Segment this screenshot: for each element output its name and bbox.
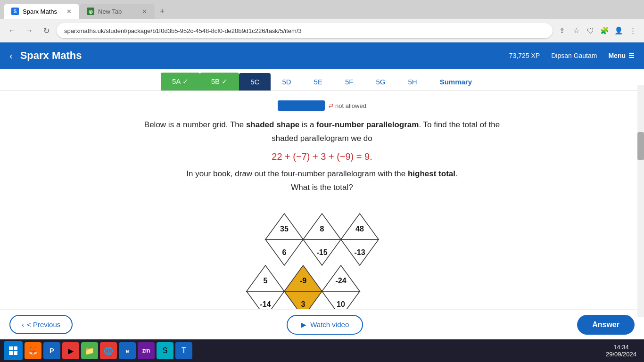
active-tab[interactable]: S Sparx Maths ✕ <box>4 4 79 19</box>
taskbar-s[interactable]: S <box>157 342 173 359</box>
cell-0-2-bottom-label: -13 <box>354 248 365 256</box>
tab-5b[interactable]: 5B ✓ <box>200 73 239 90</box>
answer-button[interactable]: Answer <box>577 315 635 335</box>
system-time: 14:34 29/09/2024 <box>602 342 640 360</box>
tab-summary[interactable]: Summary <box>429 73 483 90</box>
taskbar-edge[interactable]: e <box>119 342 136 359</box>
tab-5d[interactable]: 5D <box>271 73 302 90</box>
watch-video-button[interactable]: ▶ Watch video <box>287 315 363 335</box>
app-header: ‹ Sparx Maths 73,725 XP Dipsan Gautam Me… <box>0 42 644 69</box>
taskbar-app2[interactable]: P <box>43 342 60 359</box>
cell-0-1-top-label: 8 <box>320 224 324 232</box>
start-button[interactable] <box>4 341 23 360</box>
cell-0-0-top-label: 35 <box>280 224 289 232</box>
svg-rect-2 <box>9 351 13 355</box>
hamburger-icon: ☰ <box>628 52 635 59</box>
cell-1-0-bottom-label: -14 <box>260 300 271 308</box>
taskbar-zoom[interactable]: zm <box>138 342 155 359</box>
back-nav-icon[interactable]: ‹ <box>9 50 13 61</box>
cell-0-1-bottom-label: -15 <box>316 248 327 256</box>
bottom-navigation: ‹ < Previous ▶ Watch video Answer <box>0 309 644 339</box>
tab-5c[interactable]: 5C <box>239 73 271 90</box>
user-display: Dipsan Gautam <box>551 52 597 59</box>
tab-navigation: 5A ✓ 5B ✓ 5C 5D 5E 5F 5G 5H Summary <box>0 69 644 91</box>
menu-button[interactable]: Menu ☰ <box>608 52 635 59</box>
video-icon: ▶ <box>301 321 306 329</box>
svg-rect-1 <box>14 346 17 350</box>
cell-1-1-top-label: -9 <box>300 276 306 284</box>
tab-5f[interactable]: 5F <box>334 73 365 90</box>
previous-arrow-icon: ‹ <box>22 321 24 329</box>
tab-favicon-sparx: S <box>11 8 19 15</box>
bookmark-icon[interactable]: ☆ <box>570 25 582 36</box>
xp-display: 73,725 XP <box>509 52 540 59</box>
scrollbar-thumb[interactable] <box>637 132 644 160</box>
not-allowed-text: not allowed <box>335 102 366 109</box>
forward-button[interactable]: → <box>23 24 36 37</box>
tab-label-sparx: Sparx Maths <box>23 8 57 15</box>
app-logo: Sparx Maths <box>20 49 509 62</box>
extension-icon[interactable]: 🧩 <box>599 25 610 36</box>
cell-1-1-bottom-label: 3 <box>301 300 305 308</box>
tab-close-sparx[interactable]: ✕ <box>66 8 72 15</box>
tab-5h[interactable]: 5H <box>396 73 428 90</box>
cell-0-0-bottom-label: 6 <box>282 248 287 256</box>
cell-1-2-top-label: -24 <box>335 276 346 284</box>
svg-rect-0 <box>9 346 13 350</box>
tab-label-newtab: New Tab <box>98 8 122 15</box>
cell-1-0-top-label: 5 <box>264 276 268 284</box>
cell-0-2-top-label: 48 <box>355 224 364 232</box>
reload-button[interactable]: ↻ <box>40 24 53 37</box>
inactive-tab[interactable]: ◎ New Tab ✕ <box>79 4 155 19</box>
scrollbar[interactable] <box>637 85 644 317</box>
address-input[interactable] <box>57 23 553 38</box>
cell-1-2-bottom-label: 10 <box>337 300 345 308</box>
shield-icon: 🛡 <box>585 25 596 36</box>
taskbar-files[interactable]: 📁 <box>81 342 98 359</box>
tab-5e[interactable]: 5E <box>303 73 334 90</box>
svg-rect-3 <box>14 351 17 355</box>
previous-button[interactable]: ‹ < Previous <box>9 315 73 334</box>
taskbar-chrome[interactable]: 🌐 <box>100 342 117 359</box>
problem-description: Below is a number grid. The shaded shape… <box>138 118 506 195</box>
share-icon[interactable]: ⇪ <box>556 25 568 36</box>
math-expression: 22 + (−7) + 3 + (−9) = 9. <box>138 148 506 165</box>
back-button[interactable]: ← <box>6 24 19 37</box>
tab-5a[interactable]: 5A ✓ <box>161 73 200 90</box>
tab-5g[interactable]: 5G <box>364 73 396 90</box>
menu-dots-icon[interactable]: ⋮ <box>627 25 638 36</box>
tab-favicon-newtab: ◎ <box>87 8 94 15</box>
taskbar-media[interactable]: ▶ <box>62 342 79 359</box>
tab-close-newtab[interactable]: ✕ <box>142 8 147 15</box>
not-allowed-bar: ⇄ not allowed <box>19 100 625 111</box>
profile-icon[interactable]: 👤 <box>613 25 624 36</box>
new-tab-button[interactable]: + <box>155 4 170 19</box>
taskbar-firefox[interactable]: 🦊 <box>25 342 41 359</box>
taskbar-teams[interactable]: T <box>175 342 192 359</box>
windows-taskbar: 🦊 P ▶ 📁 🌐 e zm S T 14:34 29/09/2024 <box>0 339 644 362</box>
main-content: ⇄ not allowed Below is a number grid. Th… <box>0 91 644 339</box>
